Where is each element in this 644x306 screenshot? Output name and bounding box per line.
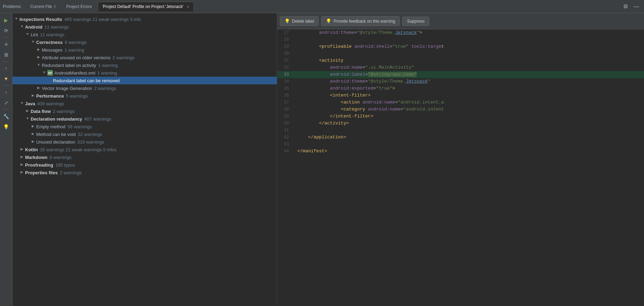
tree-node-attr-unused[interactable]: Attribute unused on older versions 2 war…	[13, 54, 277, 61]
tree-root[interactable]: Inspections Results 465 warnings 21 weak…	[13, 15, 277, 23]
tree-node-decl-redundancy[interactable]: Declaration redundancy 407 warnings	[13, 115, 277, 123]
code-line-33: 33 android:label="@string/app_name"	[277, 71, 644, 78]
line-number-43: 43	[277, 141, 294, 148]
tree-arrow-vector-image	[36, 86, 41, 91]
tab-current-file-label: Current File	[30, 4, 52, 9]
main-content: ▶ ⟳ ≡ ⊞ ↑ ▼ ↑ ⤢ 🔧 💡 Inspections Results …	[0, 13, 644, 306]
separator-2	[3, 61, 10, 62]
tree-node-markdown[interactable]: Markdown 8 warnings	[13, 153, 277, 161]
tree-node-proofreading[interactable]: Proofreading 185 typos	[13, 161, 277, 169]
sidebar-icons: ▶ ⟳ ≡ ⊞ ↑ ▼ ↑ ⤢ 🔧 💡	[0, 13, 13, 306]
line-content-40: </activity>	[294, 120, 644, 127]
line-number-39: 39	[277, 113, 294, 120]
tree-count-performance: 5 warnings	[66, 93, 88, 99]
separator-4	[3, 109, 10, 110]
tree-node-correctness[interactable]: Correctness 6 warnings	[13, 38, 277, 46]
tree-node-java[interactable]: Java 409 warnings	[13, 100, 277, 107]
tree-node-redundant-item[interactable]: Redundant label can be removed	[13, 77, 277, 84]
tree-arrow-proofreading	[19, 162, 24, 167]
bulb-icon[interactable]: 💡	[1, 122, 11, 132]
suppress-button[interactable]: Suppress	[402, 17, 429, 26]
settings-icon[interactable]: ⚙	[621, 2, 630, 11]
action-bar: 💡 Delete label 💡 Provide feedback on thi…	[277, 13, 644, 29]
tree-count-java: 409 warnings	[37, 101, 64, 106]
tree-arrow-lint	[25, 32, 30, 37]
tree-node-vector-image[interactable]: Vector Image Generation 2 warnings	[13, 84, 277, 92]
tab-project-profile[interactable]: 'Project Default' Profile on Project 'Je…	[98, 2, 194, 12]
feedback-icon: 💡	[326, 18, 331, 24]
tree-count-unused-decl: 319 warnings	[77, 139, 104, 145]
wrench-icon[interactable]: 🔧	[1, 112, 11, 121]
group-icon[interactable]: ⊞	[1, 50, 11, 60]
line-content-35: android:exported="true">	[294, 85, 644, 92]
tree-arrow-decl-redundancy	[25, 116, 30, 121]
tree-arrow-performance	[31, 93, 36, 98]
tree-arrow-kotlin	[19, 147, 24, 152]
problems-label: Problems:	[3, 4, 22, 9]
tab-current-file[interactable]: Current File4	[26, 2, 60, 12]
tab-project-errors[interactable]: Project Errors	[62, 2, 96, 12]
tree-count-lint: 11 warnings	[40, 32, 64, 37]
tree-label-proofreading: Proofreading	[25, 162, 53, 168]
tree-node-android[interactable]: Android 11 warnings	[13, 23, 277, 31]
tree-node-unused-decl[interactable]: Unused declaration 319 warnings	[13, 138, 277, 146]
sort-alpha-icon[interactable]: ≡	[1, 39, 11, 49]
tree-arrow-properties-files	[19, 170, 24, 175]
filter-up-icon[interactable]: ↑	[1, 63, 11, 73]
tree-node-properties-files[interactable]: Properties files 2 warnings	[13, 169, 277, 176]
code-area[interactable]: 27 android:theme="@style/Theme.Jetsnack"…	[277, 29, 644, 306]
tree-arrow-data-flow	[25, 109, 30, 114]
tree-label-messages: Messages	[42, 47, 62, 53]
tree-arrow-messages	[36, 47, 41, 52]
manifest-file-icon: MF	[47, 70, 53, 76]
left-panel: Inspections Results 465 warnings 21 weak…	[13, 13, 277, 306]
tree-node-performance[interactable]: Performance 5 warnings	[13, 92, 277, 100]
line-number-28: 28	[277, 36, 294, 43]
tree-arrow-redundant-label	[36, 63, 41, 68]
tree-count-decl-redundancy: 407 warnings	[84, 116, 111, 122]
line-content-32: android:name=".ui.MainActivity"	[294, 64, 644, 71]
separator-3	[3, 85, 10, 86]
code-line-34: 34 android:theme="@style/Theme.Jetsnack"	[277, 78, 644, 85]
tree-label-attr-unused: Attribute unused on older versions	[42, 55, 110, 60]
code-line-37: 37 <action android:name="android.intent.…	[277, 99, 644, 106]
tree-label-vector-image: Vector Image Generation	[42, 86, 92, 91]
tree-arrow-correctness	[31, 40, 36, 45]
tab-project-profile-label: 'Project Default' Profile on Project 'Je…	[102, 4, 183, 9]
tree-arrow-method-void	[31, 132, 36, 137]
run-icon[interactable]: ▶	[1, 15, 11, 25]
tree-count-attr-unused: 2 warnings	[112, 55, 134, 60]
code-line-32: 32 android:name=".ui.MainActivity"	[277, 64, 644, 71]
code-line-44: 44 </manifest>	[277, 148, 644, 155]
tree-node-method-void[interactable]: Method can be void 32 warnings	[13, 130, 277, 138]
tree-node-messages[interactable]: Messages 1 warning	[13, 46, 277, 54]
delete-label-button[interactable]: 💡 Delete label	[280, 16, 319, 26]
tree-count-redundant-label: 1 warning	[98, 63, 118, 68]
mf-badge: MF	[47, 70, 53, 76]
line-number-38: 38	[277, 106, 294, 113]
code-line-28: 28	[277, 36, 644, 43]
tree-node-lint[interactable]: Lint 11 warnings	[13, 31, 277, 38]
line-content-29: <profileable android:shell="true" tools:…	[294, 43, 644, 50]
filter-active-icon[interactable]: ▼	[1, 74, 11, 84]
nav-up-icon[interactable]: ↑	[1, 87, 11, 97]
tree-count-vector-image: 2 warnings	[94, 86, 116, 91]
line-number-41: 41	[277, 127, 294, 134]
tree-count-android: 11 warnings	[45, 24, 69, 30]
line-number-30: 30	[277, 50, 294, 57]
tree-node-kotlin[interactable]: Kotlin 35 warnings 21 weak warnings 5 in…	[13, 146, 277, 153]
line-content-44: </manifest>	[294, 148, 644, 155]
close-tab-icon[interactable]: ✕	[187, 5, 189, 9]
line-number-37: 37	[277, 99, 294, 106]
rerun-icon[interactable]: ⟳	[1, 26, 11, 36]
tab-current-file-count: 4	[54, 4, 56, 9]
minimize-icon[interactable]: —	[631, 2, 641, 11]
line-number-40: 40	[277, 120, 294, 127]
tree-node-manifest[interactable]: MF AndroidManifest.xml 1 warning	[13, 69, 277, 77]
line-number-29: 29	[277, 43, 294, 50]
tree-node-redundant-label[interactable]: Redundant label on activity 1 warning	[13, 61, 277, 69]
nav-export-icon[interactable]: ⤢	[1, 98, 11, 108]
tree-node-data-flow[interactable]: Data flow 2 warnings	[13, 107, 277, 115]
feedback-button[interactable]: 💡 Provide feedback on this warning	[321, 16, 400, 26]
tree-node-empty-method[interactable]: Empty method 56 warnings	[13, 123, 277, 130]
